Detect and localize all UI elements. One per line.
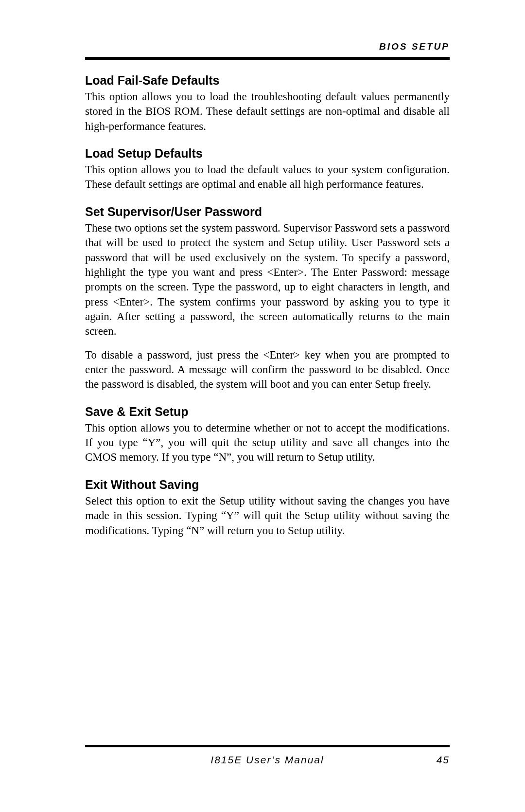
footer-page-number: 45 xyxy=(437,754,450,766)
running-header: BIOS SETUP xyxy=(85,41,450,52)
section-body: To disable a password, just press the <E… xyxy=(85,348,450,392)
section-body: This option allows you to load the troub… xyxy=(85,90,450,134)
section-heading: Set Supervisor/User Password xyxy=(85,205,450,219)
section-heading: Exit Without Saving xyxy=(85,478,450,492)
footer-manual-title: I815E User’s Manual xyxy=(85,754,450,766)
page-content: BIOS SETUP Load Fail-Safe Defaults This … xyxy=(0,0,525,538)
section-save-exit: Save & Exit Setup This option allows you… xyxy=(85,405,450,465)
top-rule xyxy=(85,57,450,60)
section-load-setup-defaults: Load Setup Defaults This option allows y… xyxy=(85,146,450,192)
bottom-rule xyxy=(85,745,450,747)
section-body: Select this option to exit the Setup uti… xyxy=(85,494,450,538)
section-body: This option allows you to determine whet… xyxy=(85,421,450,465)
section-load-fail-safe: Load Fail-Safe Defaults This option allo… xyxy=(85,73,450,134)
section-body: These two options set the system passwor… xyxy=(85,221,450,339)
section-set-password: Set Supervisor/User Password These two o… xyxy=(85,205,450,392)
section-heading: Load Setup Defaults xyxy=(85,146,450,161)
section-exit-without-saving: Exit Without Saving Select this option t… xyxy=(85,478,450,538)
footer-line: I815E User’s Manual 45 xyxy=(85,754,450,766)
page-footer: I815E User’s Manual 45 xyxy=(85,745,450,766)
section-heading: Load Fail-Safe Defaults xyxy=(85,73,450,88)
section-heading: Save & Exit Setup xyxy=(85,405,450,419)
section-body: This option allows you to load the defau… xyxy=(85,162,450,192)
